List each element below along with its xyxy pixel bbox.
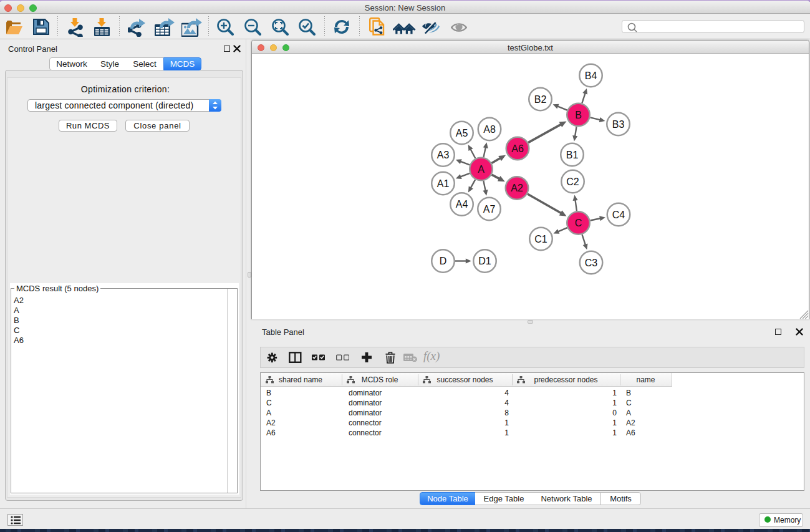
- svg-text:A4: A4: [456, 199, 468, 210]
- svg-text:B2: B2: [534, 94, 547, 105]
- svg-text:A3: A3: [437, 150, 450, 160]
- svg-text:D: D: [440, 256, 447, 266]
- svg-text:A7: A7: [483, 204, 496, 215]
- svg-text:C2: C2: [566, 177, 579, 187]
- svg-text:A6: A6: [511, 143, 524, 154]
- svg-text:B: B: [575, 110, 582, 120]
- svg-text:C1: C1: [534, 234, 547, 244]
- svg-text:A1: A1: [437, 178, 450, 189]
- svg-text:A5: A5: [456, 128, 468, 138]
- svg-text:A8: A8: [483, 124, 496, 135]
- svg-text:C3: C3: [585, 258, 598, 268]
- svg-text:B3: B3: [612, 119, 625, 130]
- svg-text:C4: C4: [612, 210, 625, 220]
- svg-text:A: A: [478, 164, 485, 175]
- svg-text:B4: B4: [585, 70, 597, 81]
- svg-text:B1: B1: [566, 150, 579, 160]
- svg-text:D1: D1: [478, 256, 491, 266]
- svg-text:A2: A2: [511, 183, 523, 193]
- svg-text:C: C: [575, 218, 582, 228]
